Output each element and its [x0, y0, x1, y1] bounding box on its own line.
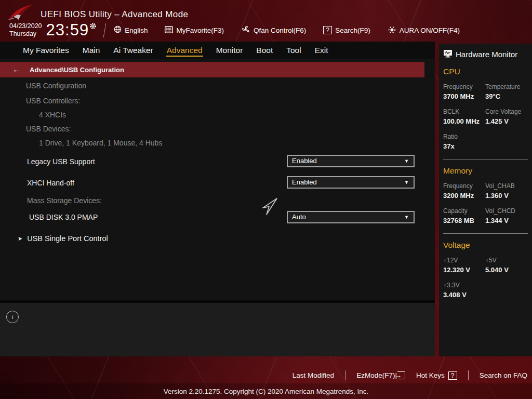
breadcrumb: ← Advanced\USB Configuration	[0, 62, 424, 77]
section-divider	[443, 159, 528, 159]
tab-boot[interactable]: Boot	[249, 42, 280, 59]
question-box-icon: ?	[448, 371, 457, 380]
search-label: Search(F9)	[335, 26, 370, 34]
weekday-value: Thursday	[9, 30, 42, 38]
favorite-list-icon	[165, 26, 173, 35]
tab-my-favorites[interactable]: My Favorites	[16, 42, 76, 59]
usb-disk-dropdown[interactable]: Auto ▼	[287, 211, 415, 223]
question-box-icon: ?	[323, 26, 332, 34]
bottom-bar: Last Modified EzMode(F7)| → Hot Keys ? S…	[0, 370, 527, 380]
language-label: English	[125, 26, 148, 34]
cpu-core-voltage: Core Voltage 1.425 V	[485, 108, 529, 125]
voltage-section-title: Voltage	[443, 241, 529, 250]
legacy-usb-support-dropdown[interactable]: Enabled ▼	[287, 155, 415, 167]
cpu-section-title: CPU	[443, 67, 529, 76]
qfan-button[interactable]: Qfan Control(F6)	[241, 25, 306, 35]
date-value: 04/23/2020	[9, 22, 42, 30]
usb-controllers-value: 4 XHCIs	[39, 111, 66, 119]
back-arrow-icon[interactable]: ←	[12, 65, 21, 74]
search-on-faq-button[interactable]: Search on FAQ	[480, 371, 527, 379]
tab-tool[interactable]: Tool	[280, 42, 308, 59]
chevron-down-icon: ▼	[404, 212, 409, 222]
aura-light-icon	[388, 25, 396, 35]
time-display: 23:59	[46, 21, 89, 39]
info-icon: i	[6, 311, 19, 323]
usb-devices-value: 1 Drive, 1 Keyboard, 1 Mouse, 4 Hubs	[39, 139, 162, 147]
bottom-bar-divider	[345, 370, 345, 380]
usb-disk-label: USB DISK 3.0 PMAP	[29, 213, 98, 221]
language-button[interactable]: English	[114, 25, 148, 35]
tab-monitor[interactable]: Monitor	[209, 42, 250, 59]
header-menu: English MyFavorite(F3)	[114, 25, 460, 35]
tab-exit[interactable]: Exit	[308, 42, 335, 59]
ezmode-enter-icon: →	[397, 371, 405, 379]
hot-keys-label: Hot Keys	[416, 371, 445, 379]
tab-advanced[interactable]: Advanced	[160, 42, 209, 59]
submenu-arrow-icon: ➤	[18, 235, 22, 242]
qfan-label: Qfan Control(F6)	[254, 26, 306, 34]
memory-frequency: Frequency 3200 MHz	[443, 182, 485, 200]
section-divider	[443, 233, 528, 234]
main-panel: ← Advanced\USB Configuration USB Configu…	[0, 59, 435, 303]
version-text: Version 2.20.1275. Copyright (C) 2020 Am…	[164, 388, 369, 395]
memory-vol-chcd: Vol_CHCD 1.344 V	[485, 207, 529, 224]
top-banner: UEFI BIOS Utility – Advanced Mode 04/23/…	[0, 0, 532, 42]
chevron-down-icon: ▼	[404, 178, 409, 188]
xhci-handoff-value: Enabled	[292, 178, 317, 186]
cpu-bclk: BCLK 100.00 MHz	[443, 108, 485, 125]
fan-icon	[241, 25, 250, 35]
voltage-5v: +5V 5.040 V	[485, 257, 529, 274]
globe-icon	[114, 25, 122, 35]
usb-controllers-label: USB Controllers:	[26, 97, 80, 105]
hardware-monitor-panel: Hardware Monitor CPU Frequency 3700 MHz …	[439, 44, 532, 356]
ezmode-button[interactable]: EzMode(F7)| →	[356, 371, 405, 379]
mass-storage-devices-label: Mass Storage Devices:	[27, 196, 102, 205]
usb-devices-label: USB Devices:	[26, 125, 71, 133]
mouse-cursor	[262, 197, 278, 218]
aura-label: AURA ON/OFF(F4)	[400, 26, 460, 34]
voltage-3v3: +3.3V 3.408 V	[443, 282, 485, 299]
gear-icon[interactable]	[89, 22, 97, 32]
usb-configuration-heading: USB Configuration	[26, 82, 86, 90]
myfavorite-button[interactable]: MyFavorite(F3)	[165, 26, 224, 35]
search-button[interactable]: ? Search(F9)	[323, 26, 370, 34]
memory-capacity: Capacity 32768 MB	[443, 207, 485, 224]
hardware-monitor-title: Hardware Monitor	[456, 50, 517, 59]
myfavorite-label: MyFavorite(F3)	[176, 26, 224, 34]
bottom-bar-divider	[468, 370, 469, 380]
ezmode-label: EzMode(F7)|	[356, 371, 397, 379]
usb-single-port-control-label: USB Single Port Control	[27, 234, 108, 243]
last-modified-button[interactable]: Last Modified	[292, 371, 334, 379]
help-info-panel: i	[0, 303, 435, 356]
page-title: UEFI BIOS Utility – Advanced Mode	[41, 9, 188, 20]
tab-main[interactable]: Main	[76, 42, 107, 59]
usb-disk-value: Auto	[292, 213, 306, 221]
legacy-usb-support-value: Enabled	[292, 157, 317, 165]
memory-vol-chab: Vol_CHAB 1.360 V	[485, 182, 529, 200]
tab-ai-tweaker[interactable]: Ai Tweaker	[107, 42, 159, 59]
header-divider	[103, 23, 107, 37]
cpu-frequency: Frequency 3700 MHz	[443, 83, 485, 100]
cpu-ratio: Ratio 37x	[443, 133, 485, 150]
breadcrumb-path: Advanced\USB Configuration	[30, 66, 124, 74]
version-footer: Version 2.20.1275. Copyright (C) 2020 Am…	[0, 383, 532, 399]
memory-section-title: Memory	[443, 166, 529, 176]
xhci-handoff-dropdown[interactable]: Enabled ▼	[287, 176, 415, 189]
chevron-down-icon: ▼	[404, 156, 409, 166]
hot-keys-button[interactable]: Hot Keys ?	[416, 371, 457, 380]
aura-button[interactable]: AURA ON/OFF(F4)	[388, 25, 460, 35]
nav-tab-bar: My Favorites Main Ai Tweaker Advanced Mo…	[0, 42, 435, 59]
monitor-icon	[443, 49, 453, 60]
cpu-temperature: Temperature 39°C	[485, 83, 529, 100]
voltage-12v: +12V 12.320 V	[443, 257, 485, 274]
xhci-handoff-label: XHCI Hand-off	[27, 179, 74, 187]
date-display: 04/23/2020 Thursday	[9, 22, 42, 38]
legacy-usb-support-label: Legacy USB Support	[27, 157, 95, 166]
usb-single-port-control-item[interactable]: ➤ USB Single Port Control	[18, 234, 108, 243]
